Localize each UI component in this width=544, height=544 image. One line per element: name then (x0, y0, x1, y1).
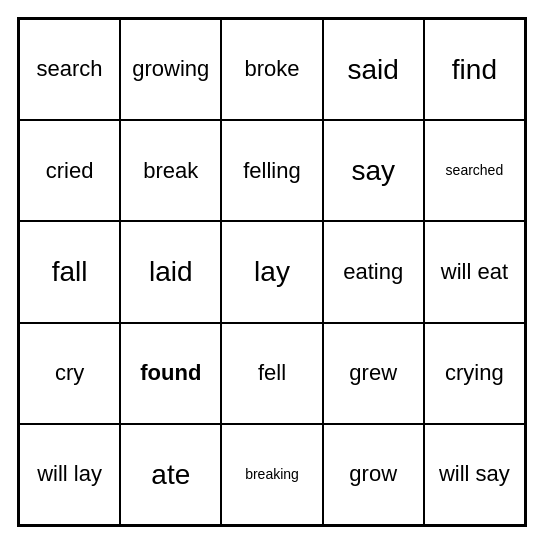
bingo-cell: find (424, 19, 525, 120)
bingo-cell: felling (221, 120, 322, 221)
bingo-cell: break (120, 120, 221, 221)
bingo-cell: broke (221, 19, 322, 120)
bingo-cell: eating (323, 221, 424, 322)
bingo-cell: will eat (424, 221, 525, 322)
bingo-cell: search (19, 19, 120, 120)
bingo-cell: ate (120, 424, 221, 525)
bingo-cell: say (323, 120, 424, 221)
bingo-cell: searched (424, 120, 525, 221)
bingo-cell: found (120, 323, 221, 424)
bingo-cell: will lay (19, 424, 120, 525)
bingo-cell: breaking (221, 424, 322, 525)
bingo-cell: cry (19, 323, 120, 424)
bingo-cell: will say (424, 424, 525, 525)
bingo-cell: crying (424, 323, 525, 424)
bingo-cell: fell (221, 323, 322, 424)
bingo-cell: growing (120, 19, 221, 120)
bingo-cell: grew (323, 323, 424, 424)
bingo-cell: said (323, 19, 424, 120)
bingo-cell: grow (323, 424, 424, 525)
bingo-cell: fall (19, 221, 120, 322)
bingo-board: searchgrowingbrokesaidfindcriedbreakfell… (17, 17, 527, 527)
bingo-cell: lay (221, 221, 322, 322)
bingo-cell: cried (19, 120, 120, 221)
bingo-cell: laid (120, 221, 221, 322)
